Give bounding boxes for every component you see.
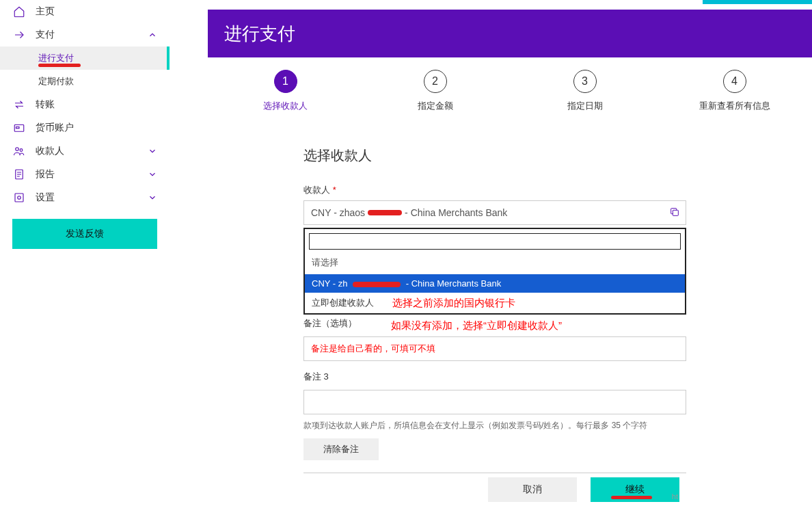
main-content: 进行支付 1 选择收款人 2 指定金额 3 指定日期 4 重新查看所有信息 选择… [170, 0, 812, 505]
nav-settings-label: 设置 [36, 191, 148, 204]
nav-home[interactable]: 主页 [0, 0, 170, 23]
clear-remarks-button[interactable]: 清除备注 [303, 438, 379, 460]
svg-rect-1 [16, 127, 20, 129]
document-icon [12, 168, 26, 181]
annotation-redmark [611, 496, 652, 499]
continue-button[interactable]: 继续 ht [591, 477, 679, 502]
home-icon [12, 5, 26, 18]
nav-transfer[interactable]: 转账 [0, 93, 170, 116]
dd-opt1-suffix: - China Merchants Bank [406, 278, 501, 289]
svg-point-3 [20, 149, 23, 152]
annotation-redmark [38, 64, 81, 67]
nav-pay-label: 支付 [36, 29, 148, 41]
step-1-label: 选择收款人 [211, 100, 360, 112]
transfer-icon [12, 98, 26, 111]
section-title: 选择收款人 [303, 146, 686, 165]
step-3-circle: 3 [573, 70, 597, 93]
dropdown-option-create[interactable]: 立即创建收款人 [305, 293, 392, 313]
chevron-up-icon [148, 30, 157, 40]
step-4-circle: 4 [723, 70, 746, 93]
nav-currency[interactable]: 货币账户 [0, 116, 170, 140]
continue-label: 继续 [625, 483, 645, 496]
payee-label-text: 收款人 [303, 185, 330, 195]
arrow-right-icon [12, 28, 26, 42]
feedback-label: 发送反馈 [66, 228, 104, 240]
page-title: 进行支付 [224, 22, 295, 46]
svg-rect-7 [673, 210, 678, 215]
nav-payees-label: 收款人 [36, 145, 148, 157]
nav-home-label: 主页 [36, 5, 157, 18]
svg-point-6 [18, 196, 21, 200]
chevron-down-icon [148, 170, 157, 179]
stepper: 1 选择收款人 2 指定金额 3 指定日期 4 重新查看所有信息 [208, 70, 812, 112]
nav-payees[interactable]: 收款人 [0, 140, 170, 163]
settings-icon [12, 191, 26, 204]
people-icon [12, 144, 26, 158]
payee-dropdown: 请选择 CNY - zh - China Merchants Bank 立即创建… [303, 228, 686, 315]
svg-point-2 [16, 148, 19, 151]
copy-icon[interactable] [669, 207, 680, 217]
step-2-circle: 2 [424, 70, 447, 93]
nav-reports[interactable]: 报告 [0, 163, 170, 186]
cancel-button[interactable]: 取消 [488, 477, 577, 502]
nav-reports-label: 报告 [36, 168, 148, 181]
payee-select[interactable]: CNY - zhaos - China Merchants Bank [303, 200, 686, 225]
nav-recurring[interactable]: 定期付款 [0, 70, 170, 93]
remark-label: 备注（选填） [303, 317, 391, 330]
chevron-down-icon [148, 146, 157, 156]
dd-opt1-prefix: CNY - zh [312, 278, 348, 289]
step-2[interactable]: 2 指定金额 [360, 70, 510, 112]
dd-opt2-label: 立即创建收款人 [312, 297, 374, 308]
feedback-button[interactable]: 发送反馈 [12, 219, 157, 249]
redaction-mark [368, 210, 402, 215]
dropdown-option-1[interactable]: CNY - zh - China Merchants Bank [305, 274, 685, 293]
payee-label: 收款人 * [303, 184, 686, 196]
payee-value-prefix: CNY - zhaos [311, 207, 365, 218]
remark3-label: 备注 3 [303, 371, 686, 383]
payee-value-suffix: - China Merchants Bank [405, 207, 507, 218]
dropdown-search-input[interactable] [309, 233, 681, 250]
step-3-label: 指定日期 [510, 100, 660, 112]
form-footer: 取消 继续 ht [303, 473, 686, 505]
nav-settings[interactable]: 设置 [0, 186, 170, 209]
nav-make-payment[interactable]: 进行支付 [0, 47, 170, 70]
page-hero: 进行支付 [208, 10, 812, 57]
dropdown-search-wrap [305, 229, 685, 254]
remark3-input[interactable] [303, 390, 686, 414]
step-3[interactable]: 3 指定日期 [510, 70, 660, 112]
cancel-label: 取消 [523, 483, 542, 496]
step-1-circle: 1 [274, 70, 297, 93]
nav-recurring-label: 定期付款 [38, 75, 74, 88]
svg-rect-5 [15, 194, 23, 202]
step-4[interactable]: 4 重新查看所有信息 [660, 70, 809, 112]
step-1[interactable]: 1 选择收款人 [211, 70, 360, 112]
step-2-label: 指定金额 [360, 100, 510, 112]
wallet-icon [12, 121, 26, 135]
step-4-label: 重新查看所有信息 [660, 100, 809, 112]
nav-make-payment-label: 进行支付 [38, 52, 74, 64]
clear-remarks-label: 清除备注 [323, 444, 359, 454]
nav-currency-label: 货币账户 [36, 122, 157, 134]
form-area: 选择收款人 收款人 * CNY - zhaos - China Merchant… [303, 146, 686, 505]
redaction-mark [353, 282, 401, 287]
remark-input[interactable] [303, 336, 686, 361]
chevron-down-icon [148, 193, 157, 202]
sidebar: 主页 支付 进行支付 定期付款 转账 货币 [0, 0, 170, 505]
annotation-text-1: 选择之前添加的国内银行卡 [392, 297, 515, 310]
nav-pay[interactable]: 支付 [0, 23, 170, 47]
watermark-text: ht [672, 492, 678, 501]
required-mark: * [333, 185, 336, 195]
annotation-text-2: 如果没有添加，选择“立即创建收款人” [391, 319, 562, 332]
nav-transfer-label: 转账 [36, 98, 157, 111]
dropdown-please-select: 请选择 [305, 254, 685, 274]
remark-hint: 款项到达收款人账户后，所填信息会在支付上显示（例如发票号码/姓名）。每行最多 3… [303, 420, 686, 432]
